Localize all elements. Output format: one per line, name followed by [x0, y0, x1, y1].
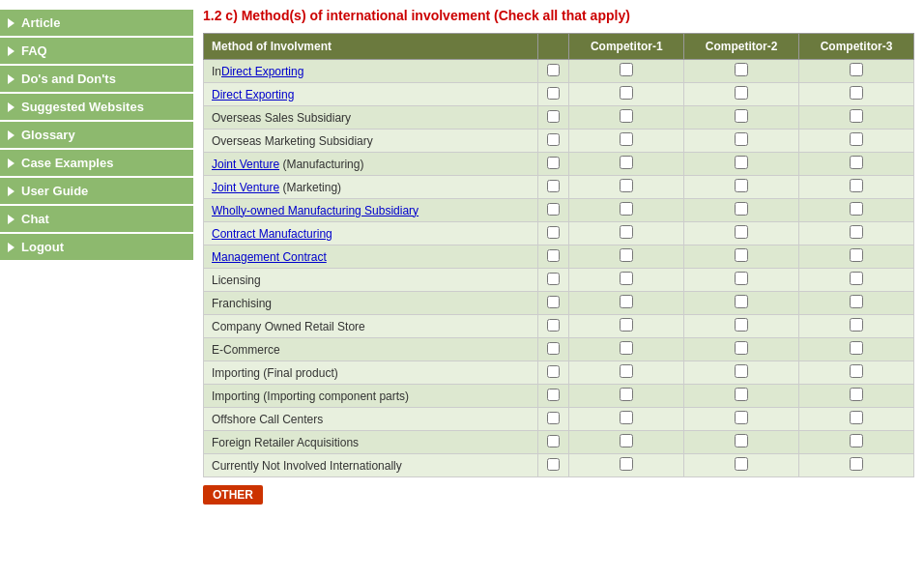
competitor-3-checkbox[interactable]	[850, 388, 863, 401]
competitor-1-checkbox[interactable]	[620, 179, 633, 192]
competitor-3-checkbox[interactable]	[850, 86, 863, 100]
competitor-1-checkbox[interactable]	[620, 248, 633, 262]
self-checkbox[interactable]	[547, 296, 560, 308]
table-row: Overseas Marketing Subsidiary	[204, 130, 914, 153]
competitor-1-checkbox[interactable]	[620, 86, 633, 100]
competitor-3-checkbox[interactable]	[850, 411, 863, 424]
competitor-1-checkbox[interactable]	[620, 202, 633, 216]
self-checkbox[interactable]	[547, 458, 560, 471]
competitor-3-checkbox[interactable]	[850, 109, 863, 123]
competitor-2-checkbox[interactable]	[735, 364, 748, 378]
competitor-3-checkbox[interactable]	[850, 318, 863, 332]
col-header-comp3: Competitor-3	[799, 34, 914, 60]
self-checkbox-cell	[537, 60, 568, 83]
self-checkbox[interactable]	[547, 157, 560, 169]
competitor-1-checkbox[interactable]	[620, 457, 633, 471]
competitor-3-checkbox[interactable]	[850, 179, 863, 192]
competitor-1-checkbox[interactable]	[620, 295, 633, 308]
self-checkbox[interactable]	[547, 342, 560, 355]
method-link[interactable]: Contract Manufacturing	[212, 227, 332, 241]
self-checkbox[interactable]	[547, 412, 560, 424]
sidebar-item-article[interactable]: Article	[0, 10, 193, 36]
method-link[interactable]: Joint Venture	[212, 158, 279, 171]
self-checkbox[interactable]	[547, 365, 560, 378]
competitor-3-checkbox[interactable]	[850, 248, 863, 262]
sidebar-item-glossary[interactable]: Glossary	[0, 122, 193, 148]
competitor-2-checkbox[interactable]	[735, 109, 748, 123]
competitor-2-checkbox[interactable]	[735, 411, 748, 424]
competitor-3-checkbox[interactable]	[850, 295, 863, 308]
sidebar-item-logout[interactable]: Logout	[0, 234, 193, 260]
self-checkbox[interactable]	[547, 435, 560, 447]
competitor-3-checkbox-cell	[799, 269, 914, 292]
competitor-3-checkbox[interactable]	[850, 341, 863, 355]
competitor-2-checkbox[interactable]	[735, 272, 748, 285]
self-checkbox[interactable]	[547, 273, 560, 285]
competitor-1-checkbox[interactable]	[620, 364, 633, 378]
sidebar-item-suggested-websites[interactable]: Suggested Websites	[0, 94, 193, 120]
sidebar-item-dos-donts[interactable]: Do's and Don'ts	[0, 66, 193, 92]
self-checkbox[interactable]	[547, 226, 560, 239]
competitor-3-checkbox-cell	[799, 361, 914, 385]
competitor-2-checkbox[interactable]	[735, 179, 748, 192]
competitor-1-checkbox[interactable]	[620, 132, 633, 146]
competitor-2-checkbox[interactable]	[735, 457, 748, 471]
sidebar-item-faq[interactable]: FAQ	[0, 38, 193, 64]
self-checkbox[interactable]	[547, 64, 560, 76]
competitor-3-checkbox[interactable]	[850, 156, 863, 169]
competitor-3-checkbox[interactable]	[850, 457, 863, 471]
self-checkbox[interactable]	[547, 319, 560, 332]
competitor-3-checkbox[interactable]	[850, 364, 863, 378]
sidebar-item-chat[interactable]: Chat	[0, 206, 193, 232]
competitor-3-checkbox-cell	[799, 454, 914, 477]
competitor-3-checkbox-cell	[799, 385, 914, 408]
competitor-2-checkbox[interactable]	[735, 434, 748, 447]
competitor-2-checkbox[interactable]	[735, 295, 748, 308]
method-link[interactable]: Management Contract	[212, 250, 327, 264]
sidebar-item-user-guide[interactable]: User Guide	[0, 178, 193, 204]
competitor-1-checkbox[interactable]	[620, 272, 633, 285]
self-checkbox[interactable]	[547, 133, 560, 146]
sidebar-item-case-examples[interactable]: Case Examples	[0, 150, 193, 176]
competitor-1-checkbox[interactable]	[620, 318, 633, 332]
competitor-1-checkbox[interactable]	[620, 156, 633, 169]
competitor-1-checkbox[interactable]	[620, 341, 633, 355]
competitor-3-checkbox-cell	[799, 106, 914, 130]
competitor-1-checkbox[interactable]	[620, 225, 633, 239]
competitor-2-checkbox[interactable]	[735, 202, 748, 216]
sidebar: Article FAQ Do's and Don'ts Suggested We…	[0, 0, 193, 577]
other-button[interactable]: OTHER	[203, 485, 263, 505]
competitor-1-checkbox[interactable]	[620, 388, 633, 401]
competitor-1-checkbox[interactable]	[620, 109, 633, 123]
competitor-1-checkbox[interactable]	[620, 411, 633, 424]
competitor-3-checkbox[interactable]	[850, 272, 863, 285]
competitor-2-checkbox[interactable]	[735, 341, 748, 355]
competitor-2-checkbox[interactable]	[735, 86, 748, 100]
self-checkbox[interactable]	[547, 203, 560, 216]
competitor-3-checkbox[interactable]	[850, 225, 863, 239]
competitor-2-checkbox[interactable]	[735, 225, 748, 239]
competitor-3-checkbox[interactable]	[850, 132, 863, 146]
competitor-3-checkbox[interactable]	[850, 63, 863, 76]
competitor-1-checkbox[interactable]	[620, 434, 633, 447]
competitor-3-checkbox[interactable]	[850, 434, 863, 447]
method-link[interactable]: Direct Exporting	[212, 88, 294, 101]
self-checkbox[interactable]	[547, 389, 560, 401]
self-checkbox[interactable]	[547, 180, 560, 192]
method-link[interactable]: Direct Exporting	[221, 65, 303, 78]
competitor-2-checkbox[interactable]	[735, 248, 748, 262]
method-link[interactable]: Joint Venture	[212, 181, 279, 194]
self-checkbox[interactable]	[547, 249, 560, 262]
self-checkbox[interactable]	[547, 110, 560, 123]
competitor-2-checkbox[interactable]	[735, 63, 748, 76]
competitor-1-checkbox[interactable]	[620, 63, 633, 76]
table-row: Franchising	[204, 292, 914, 315]
competitor-2-checkbox[interactable]	[735, 388, 748, 401]
competitor-3-checkbox[interactable]	[850, 202, 863, 216]
competitor-2-checkbox[interactable]	[735, 318, 748, 332]
competitor-2-checkbox[interactable]	[735, 132, 748, 146]
competitor-2-checkbox-cell	[684, 176, 799, 199]
method-link[interactable]: Wholly-owned Manufacturing Subsidiary	[212, 204, 419, 217]
competitor-2-checkbox[interactable]	[735, 156, 748, 169]
self-checkbox[interactable]	[547, 87, 560, 100]
